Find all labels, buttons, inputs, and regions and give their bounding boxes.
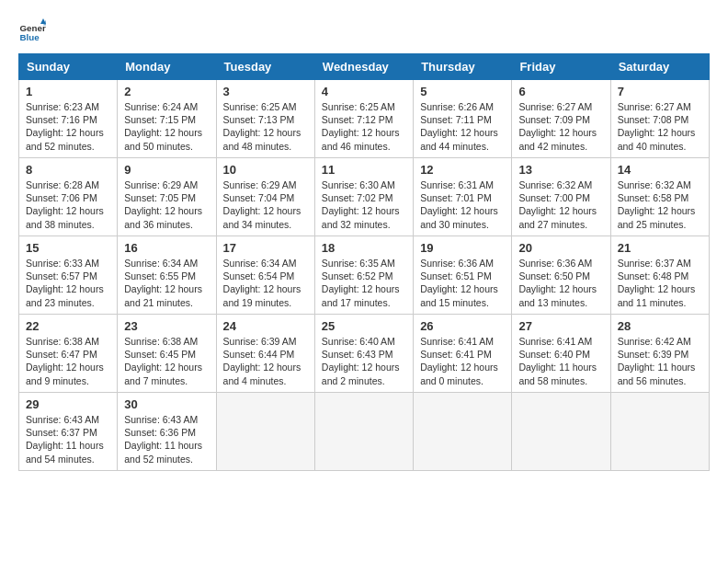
day-number: 28 xyxy=(618,319,702,333)
day-number: 16 xyxy=(124,241,209,255)
day-info: Sunrise: 6:26 AM Sunset: 7:11 PM Dayligh… xyxy=(420,100,505,153)
day-number: 26 xyxy=(420,319,505,333)
day-cell: 25Sunrise: 6:40 AM Sunset: 6:43 PM Dayli… xyxy=(314,315,413,393)
day-cell: 3Sunrise: 6:25 AM Sunset: 7:13 PM Daylig… xyxy=(216,80,314,158)
day-number: 7 xyxy=(618,85,702,98)
day-number: 8 xyxy=(26,163,110,177)
day-cell: 18Sunrise: 6:35 AM Sunset: 6:52 PM Dayli… xyxy=(314,236,413,315)
day-cell: 4Sunrise: 6:25 AM Sunset: 7:12 PM Daylig… xyxy=(314,80,413,158)
col-header-saturday: Saturday xyxy=(610,54,709,80)
day-cell: 15Sunrise: 6:33 AM Sunset: 6:57 PM Dayli… xyxy=(19,236,118,315)
day-number: 1 xyxy=(26,85,110,98)
day-cell: 21Sunrise: 6:37 AM Sunset: 6:48 PM Dayli… xyxy=(610,236,709,315)
day-number: 14 xyxy=(618,163,702,177)
day-info: Sunrise: 6:42 AM Sunset: 6:39 PM Dayligh… xyxy=(618,335,702,387)
day-cell: 24Sunrise: 6:39 AM Sunset: 6:44 PM Dayli… xyxy=(216,315,314,393)
day-cell: 19Sunrise: 6:36 AM Sunset: 6:51 PM Dayli… xyxy=(414,236,512,315)
day-info: Sunrise: 6:24 AM Sunset: 7:15 PM Dayligh… xyxy=(124,100,209,153)
day-cell: 6Sunrise: 6:27 AM Sunset: 7:09 PM Daylig… xyxy=(512,80,610,158)
week-row-5: 29Sunrise: 6:43 AM Sunset: 6:37 PM Dayli… xyxy=(19,393,710,471)
day-cell xyxy=(610,393,709,471)
day-info: Sunrise: 6:35 AM Sunset: 6:52 PM Dayligh… xyxy=(322,257,406,309)
day-number: 4 xyxy=(322,85,406,98)
week-row-3: 15Sunrise: 6:33 AM Sunset: 6:57 PM Dayli… xyxy=(19,236,710,315)
day-cell: 28Sunrise: 6:42 AM Sunset: 6:39 PM Dayli… xyxy=(610,315,709,393)
col-header-tuesday: Tuesday xyxy=(216,54,314,80)
day-cell: 11Sunrise: 6:30 AM Sunset: 7:02 PM Dayli… xyxy=(314,158,413,236)
week-row-2: 8Sunrise: 6:28 AM Sunset: 7:06 PM Daylig… xyxy=(19,158,710,236)
day-cell: 2Sunrise: 6:24 AM Sunset: 7:15 PM Daylig… xyxy=(118,80,216,158)
day-info: Sunrise: 6:30 AM Sunset: 7:02 PM Dayligh… xyxy=(322,178,406,231)
day-info: Sunrise: 6:36 AM Sunset: 6:51 PM Dayligh… xyxy=(420,257,505,309)
day-cell: 27Sunrise: 6:41 AM Sunset: 6:40 PM Dayli… xyxy=(512,315,610,393)
day-cell xyxy=(512,393,610,471)
day-info: Sunrise: 6:43 AM Sunset: 6:37 PM Dayligh… xyxy=(26,413,110,465)
day-info: Sunrise: 6:41 AM Sunset: 6:40 PM Dayligh… xyxy=(518,335,603,387)
day-cell: 13Sunrise: 6:32 AM Sunset: 7:00 PM Dayli… xyxy=(512,158,610,236)
day-info: Sunrise: 6:25 AM Sunset: 7:12 PM Dayligh… xyxy=(322,100,406,153)
day-number: 18 xyxy=(322,241,406,255)
day-info: Sunrise: 6:29 AM Sunset: 7:05 PM Dayligh… xyxy=(124,178,209,231)
day-cell: 17Sunrise: 6:34 AM Sunset: 6:54 PM Dayli… xyxy=(216,236,314,315)
day-info: Sunrise: 6:32 AM Sunset: 7:00 PM Dayligh… xyxy=(518,178,603,231)
day-number: 19 xyxy=(420,241,505,255)
day-number: 12 xyxy=(420,163,505,177)
col-header-wednesday: Wednesday xyxy=(314,54,413,80)
day-number: 17 xyxy=(223,241,308,255)
day-cell: 29Sunrise: 6:43 AM Sunset: 6:37 PM Dayli… xyxy=(19,393,118,471)
day-info: Sunrise: 6:27 AM Sunset: 7:09 PM Dayligh… xyxy=(518,100,603,153)
day-number: 9 xyxy=(124,163,209,177)
day-cell: 20Sunrise: 6:36 AM Sunset: 6:50 PM Dayli… xyxy=(512,236,610,315)
day-cell: 16Sunrise: 6:34 AM Sunset: 6:55 PM Dayli… xyxy=(118,236,216,315)
day-cell xyxy=(314,393,413,471)
day-info: Sunrise: 6:23 AM Sunset: 7:16 PM Dayligh… xyxy=(26,100,110,153)
day-number: 15 xyxy=(26,241,110,255)
day-number: 3 xyxy=(223,85,308,98)
day-cell: 23Sunrise: 6:38 AM Sunset: 6:45 PM Dayli… xyxy=(118,315,216,393)
week-row-4: 22Sunrise: 6:38 AM Sunset: 6:47 PM Dayli… xyxy=(19,315,710,393)
day-cell xyxy=(216,393,314,471)
day-info: Sunrise: 6:32 AM Sunset: 6:58 PM Dayligh… xyxy=(618,178,702,231)
day-info: Sunrise: 6:38 AM Sunset: 6:45 PM Dayligh… xyxy=(124,335,209,387)
day-number: 23 xyxy=(124,319,209,333)
col-header-monday: Monday xyxy=(118,54,216,80)
day-cell: 12Sunrise: 6:31 AM Sunset: 7:01 PM Dayli… xyxy=(414,158,512,236)
logo: General Blue xyxy=(18,18,50,46)
day-number: 2 xyxy=(124,85,209,98)
day-info: Sunrise: 6:43 AM Sunset: 6:36 PM Dayligh… xyxy=(124,413,209,465)
day-number: 20 xyxy=(518,241,603,255)
day-number: 27 xyxy=(518,319,603,333)
day-cell: 5Sunrise: 6:26 AM Sunset: 7:11 PM Daylig… xyxy=(414,80,512,158)
col-header-sunday: Sunday xyxy=(19,54,118,80)
calendar-header-row: SundayMondayTuesdayWednesdayThursdayFrid… xyxy=(19,54,710,80)
col-header-thursday: Thursday xyxy=(414,54,512,80)
day-info: Sunrise: 6:36 AM Sunset: 6:50 PM Dayligh… xyxy=(518,257,603,309)
day-cell: 7Sunrise: 6:27 AM Sunset: 7:08 PM Daylig… xyxy=(610,80,709,158)
day-info: Sunrise: 6:29 AM Sunset: 7:04 PM Dayligh… xyxy=(223,178,308,231)
day-number: 30 xyxy=(124,397,209,411)
col-header-friday: Friday xyxy=(512,54,610,80)
day-cell: 1Sunrise: 6:23 AM Sunset: 7:16 PM Daylig… xyxy=(19,80,118,158)
day-number: 10 xyxy=(223,163,308,177)
day-number: 6 xyxy=(518,85,603,98)
day-info: Sunrise: 6:34 AM Sunset: 6:54 PM Dayligh… xyxy=(223,257,308,309)
day-cell: 10Sunrise: 6:29 AM Sunset: 7:04 PM Dayli… xyxy=(216,158,314,236)
day-info: Sunrise: 6:39 AM Sunset: 6:44 PM Dayligh… xyxy=(223,335,308,387)
day-cell xyxy=(414,393,512,471)
week-row-1: 1Sunrise: 6:23 AM Sunset: 7:16 PM Daylig… xyxy=(19,80,710,158)
svg-text:General: General xyxy=(20,23,47,33)
day-number: 22 xyxy=(26,319,110,333)
day-number: 25 xyxy=(322,319,406,333)
calendar-table: SundayMondayTuesdayWednesdayThursdayFrid… xyxy=(18,53,710,471)
day-number: 11 xyxy=(322,163,406,177)
calendar-header: General Blue xyxy=(18,18,710,46)
svg-text:Blue: Blue xyxy=(20,32,40,42)
day-cell: 26Sunrise: 6:41 AM Sunset: 6:41 PM Dayli… xyxy=(414,315,512,393)
day-info: Sunrise: 6:38 AM Sunset: 6:47 PM Dayligh… xyxy=(26,335,110,387)
day-info: Sunrise: 6:40 AM Sunset: 6:43 PM Dayligh… xyxy=(322,335,406,387)
day-info: Sunrise: 6:41 AM Sunset: 6:41 PM Dayligh… xyxy=(420,335,505,387)
day-cell: 14Sunrise: 6:32 AM Sunset: 6:58 PM Dayli… xyxy=(610,158,709,236)
day-number: 24 xyxy=(223,319,308,333)
day-info: Sunrise: 6:33 AM Sunset: 6:57 PM Dayligh… xyxy=(26,257,110,309)
day-number: 5 xyxy=(420,85,505,98)
